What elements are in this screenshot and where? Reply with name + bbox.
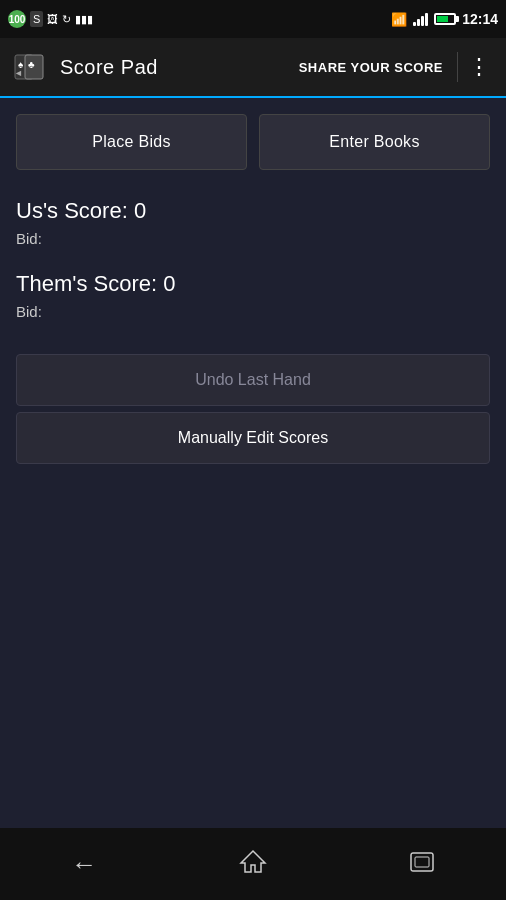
back-button[interactable]: ← — [44, 828, 124, 900]
action-buttons-row: Place Bids Enter Books — [16, 114, 490, 170]
status-bar: 100 S 🖼 ↻ ▮▮▮ 📶 12:14 — [0, 0, 506, 38]
recents-icon — [409, 849, 435, 880]
back-icon: ← — [71, 849, 97, 880]
overflow-menu-button[interactable]: ⋮ — [462, 48, 496, 86]
main-content: Place Bids Enter Books Us's Score: 0 Bid… — [0, 98, 506, 828]
signal-bars — [413, 12, 428, 26]
refresh-icon: ↻ — [62, 13, 71, 26]
app-title: Score Pad — [60, 56, 289, 79]
recents-button[interactable] — [382, 828, 462, 900]
svg-rect-5 — [411, 853, 433, 871]
home-icon — [239, 847, 267, 882]
battery-icon — [434, 13, 456, 25]
us-bid-label: Bid: — [16, 230, 490, 247]
app-bar: ♠ ♣ ◄ Score Pad SHARE YOUR SCORE ⋮ — [0, 38, 506, 98]
them-score-section: Them's Score: 0 Bid: — [16, 271, 490, 320]
bars-icon: ▮▮▮ — [75, 13, 93, 26]
status-time: 12:14 — [462, 11, 498, 27]
share-score-button[interactable]: SHARE YOUR SCORE — [289, 52, 453, 83]
vertical-divider — [457, 52, 458, 82]
undo-last-hand-button[interactable]: Undo Last Hand — [16, 354, 490, 406]
app-logo: ♠ ♣ ◄ — [10, 47, 50, 87]
utility-buttons: Undo Last Hand Manually Edit Scores — [16, 354, 490, 470]
manually-edit-scores-button[interactable]: Manually Edit Scores — [16, 412, 490, 464]
wifi-icon: 📶 — [391, 12, 407, 27]
us-score-label: Us's Score: 0 — [16, 198, 490, 224]
home-button[interactable] — [213, 828, 293, 900]
them-score-label: Them's Score: 0 — [16, 271, 490, 297]
image-icon: 🖼 — [47, 13, 58, 25]
svg-rect-6 — [415, 857, 429, 867]
battery-percentage-icon: 100 — [8, 10, 26, 28]
status-right: 📶 12:14 — [391, 11, 498, 27]
them-bid-label: Bid: — [16, 303, 490, 320]
nav-bar: ← — [0, 828, 506, 900]
place-bids-button[interactable]: Place Bids — [16, 114, 247, 170]
cards-logo-svg: ♠ ♣ ◄ — [13, 50, 47, 84]
svg-text:◄: ◄ — [14, 68, 23, 78]
svg-text:♣: ♣ — [28, 59, 35, 70]
us-score-section: Us's Score: 0 Bid: — [16, 198, 490, 247]
status-left: 100 S 🖼 ↻ ▮▮▮ — [8, 10, 93, 28]
enter-books-button[interactable]: Enter Books — [259, 114, 490, 170]
s-icon: S — [30, 11, 43, 27]
